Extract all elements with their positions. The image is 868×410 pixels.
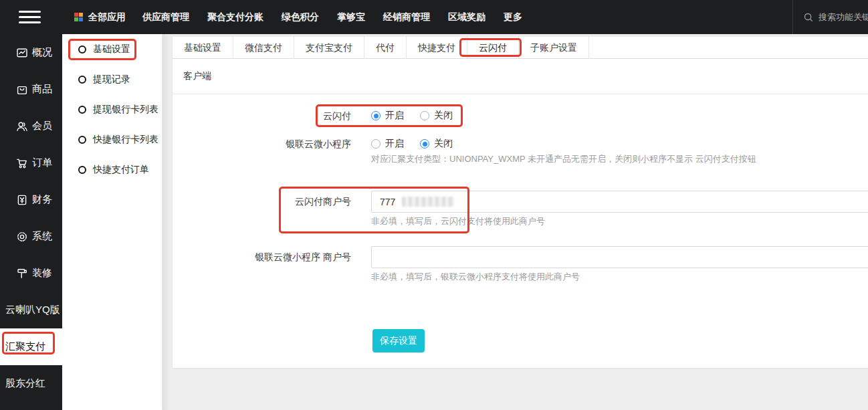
topbar-nav-green-points[interactable]: 绿色积分 (282, 11, 319, 23)
radio-option[interactable]: 开启 (371, 110, 404, 122)
submenu-item-label: 基础设置 (93, 43, 130, 56)
topbar-nav: 供应商管理聚合支付分账绿色积分掌够宝经销商管理区域奖励更多 (142, 11, 522, 23)
topbar-nav-more[interactable]: 更多 (504, 11, 522, 23)
sidebar-item-label: 订单 (32, 157, 52, 169)
sidebar-item-label: 装修 (32, 267, 52, 280)
form-row-quickpass-merchant-id: 云闪付商户号非必填，填写后，云闪付支付将使用此商户号 (173, 191, 868, 227)
sidebar-item-label: 商品 (32, 83, 52, 96)
topbar-nav-zhanggoubao[interactable]: 掌够宝 (337, 11, 365, 23)
sidebar-item-label: 财务 (32, 193, 52, 206)
radio-option-label: 开启 (385, 110, 404, 122)
field-label: 银联云微小程序 商户号 (173, 246, 351, 268)
topbar-nav-dealer[interactable]: 经销商管理 (383, 11, 430, 23)
topbar-nav-region-reward[interactable]: 区域奖励 (448, 11, 485, 23)
submenu-item-withdraw-bank-cards[interactable]: 提现银行卡列表 (62, 94, 162, 124)
radio-option[interactable]: 关闭 (420, 138, 453, 150)
circle-bullet-icon (78, 136, 86, 144)
sidebar-item-label: 系统 (32, 230, 52, 243)
circle-bullet-icon (78, 45, 86, 54)
topbar-nav-aggregate-split-pay[interactable]: 聚合支付分账 (207, 11, 263, 23)
submenu-item-label: 提现记录 (93, 74, 130, 86)
sidebar-item-label: 股东分红 (5, 377, 45, 390)
redacted-blur (402, 197, 454, 207)
search-input[interactable]: 搜索功能关键词 (792, 0, 868, 34)
sidebar-item-finance[interactable]: 财务 (0, 181, 62, 218)
primary-sidebar: 概况商品会员订单财务系统装修云喇叭YQ版汇聚支付股东分红 (0, 34, 62, 410)
save-settings-button[interactable]: 保存设置 (372, 329, 425, 352)
sidebar-item-label: 概况 (32, 46, 52, 59)
field-label: 云闪付商户号 (173, 191, 351, 213)
chart-icon (16, 47, 28, 59)
cart-icon (16, 157, 28, 169)
goods-icon (16, 84, 28, 96)
submenu-item-withdraw-records[interactable]: 提现记录 (62, 64, 162, 94)
radio-unselected-icon (420, 111, 429, 120)
sidebar-item-yunlaba-yq[interactable]: 云喇叭YQ版 (0, 292, 62, 328)
submenu-item-quick-pay-orders[interactable]: 快捷支付订单 (62, 155, 162, 185)
radio-selected-icon (420, 139, 429, 148)
sidebar-item-orders[interactable]: 订单 (0, 144, 62, 181)
form-row-quickpass-switch: 云闪付开启关闭 (173, 109, 453, 122)
submenu-item-label: 快捷银行卡列表 (93, 134, 158, 146)
sidebar-item-label: 云喇叭YQ版 (5, 304, 60, 316)
submenu-item-label: 提现银行卡列表 (93, 104, 158, 116)
all-apps-label: 全部应用 (88, 11, 126, 23)
sidebar-item-huiju-pay[interactable]: 汇聚支付 (0, 328, 62, 365)
apps-grid-icon (74, 13, 83, 21)
radio-option[interactable]: 关闭 (420, 110, 453, 122)
settings-card: 基础设置微信支付支付宝支付代付快捷支付云闪付子账户设置 客户端 保存设置 云闪付… (173, 37, 868, 368)
sidebar-item-members[interactable]: 会员 (0, 108, 62, 144)
quickpass-switch-radio-group: 开启关闭 (371, 109, 453, 122)
field-label: 银联云微小程序 (173, 137, 351, 150)
radio-unselected-icon (371, 139, 381, 148)
all-apps-menu[interactable]: 全部应用 (74, 11, 126, 23)
field-label: 云闪付 (173, 109, 351, 122)
form-row-unionpay-miniprogram-merchant-id: 银联云微小程序 商户号非必填，填写后，银联云微小程序支付将使用此商户号 (173, 246, 868, 283)
submenu-item-basic-settings[interactable]: 基础设置 (62, 34, 162, 64)
field-helper: 非必填，填写后，云闪付支付将使用此商户号 (371, 215, 868, 227)
circle-bullet-icon (78, 166, 86, 174)
unionpay-miniprogram-switch-radio-group: 开启关闭 (371, 137, 756, 150)
hamburger-menu-icon[interactable] (19, 7, 41, 27)
field-helper: 非必填，填写后，银联云微小程序支付将使用此商户号 (371, 271, 868, 283)
circle-bullet-icon (78, 106, 86, 114)
sidebar-item-overview[interactable]: 概况 (0, 34, 62, 71)
gear-icon (16, 231, 28, 243)
sidebar-item-label: 汇聚支付 (5, 340, 45, 353)
form-row-unionpay-miniprogram-switch: 银联云微小程序开启关闭对应汇聚支付类型：UNIONPAY_WXMP 未开通产品无… (173, 137, 756, 165)
radio-option-label: 开启 (385, 138, 404, 150)
topbar: 全部应用 供应商管理聚合支付分账绿色积分掌够宝经销商管理区域奖励更多 搜索功能关… (0, 0, 868, 34)
sidebar-item-shareholder-dividend[interactable]: 股东分红 (0, 365, 62, 402)
radio-option-label: 关闭 (434, 110, 453, 122)
sidebar-item-system[interactable]: 系统 (0, 218, 62, 255)
radio-option[interactable]: 开启 (371, 138, 404, 150)
finance-icon (16, 194, 28, 206)
submenu-item-quick-bank-cards[interactable]: 快捷银行卡列表 (62, 124, 162, 155)
paint-icon (16, 268, 28, 280)
sidebar-item-goods[interactable]: 商品 (0, 71, 62, 108)
sidebar-gap (162, 34, 173, 410)
settings-form: 保存设置 云闪付开启关闭银联云微小程序开启关闭对应汇聚支付类型：UNIONPAY… (173, 37, 868, 368)
main-area: 基础设置微信支付支付宝支付代付快捷支付云闪付子账户设置 客户端 保存设置 云闪付… (173, 34, 868, 410)
search-icon (803, 12, 814, 23)
topbar-nav-supplier[interactable]: 供应商管理 (142, 11, 189, 23)
submenu-item-label: 快捷支付订单 (93, 164, 149, 176)
unionpay-miniprogram-merchant-id-input[interactable] (371, 246, 868, 268)
search-placeholder: 搜索功能关键词 (819, 11, 868, 23)
circle-bullet-icon (78, 76, 86, 84)
radio-selected-icon (371, 111, 381, 120)
sidebar-item-label: 会员 (32, 120, 52, 132)
radio-option-label: 关闭 (434, 138, 453, 150)
secondary-sidebar: 基础设置提现记录提现银行卡列表快捷银行卡列表快捷支付订单 (62, 34, 162, 410)
users-icon (16, 120, 28, 132)
sidebar-item-decorate[interactable]: 装修 (0, 255, 62, 292)
field-helper: 对应汇聚支付类型：UNIONPAY_WXMP 未开通产品无需开启，关闭则小程序不… (371, 153, 756, 165)
